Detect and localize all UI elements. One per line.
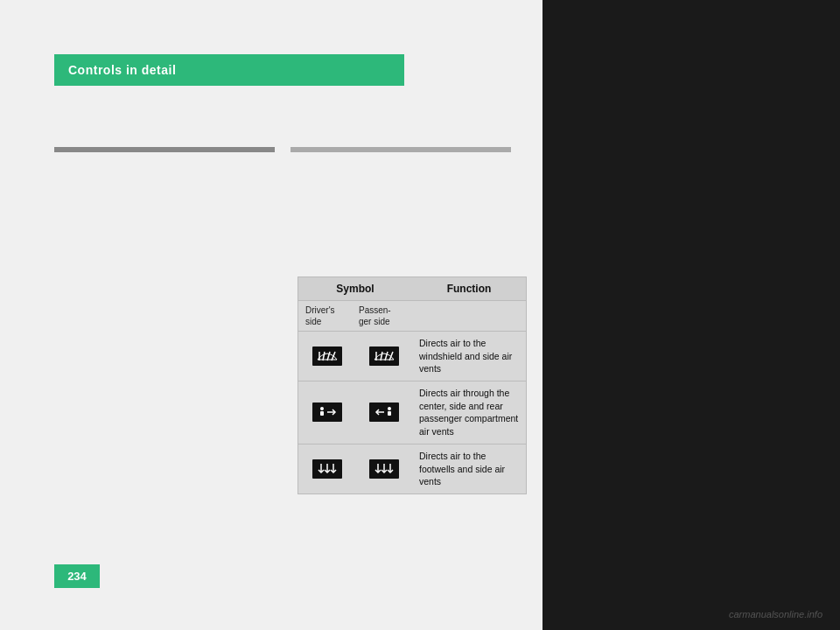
table-row: Directs air to the windshield and side a… — [298, 332, 526, 382]
icon-center-passenger — [369, 402, 399, 422]
cell-function-1: Directs air to the windshield and side a… — [412, 332, 526, 381]
icon-center-driver — [312, 402, 342, 422]
cell-icon-driver-2 — [298, 397, 355, 427]
icon-windshield-driver — [312, 346, 342, 366]
table-container: Symbol Function Driver'sside Passen-ger … — [298, 276, 527, 494]
cell-icon-driver-3 — [298, 454, 355, 484]
page-container: Controls in detail Symbol Function Drive… — [0, 0, 840, 630]
cell-icon-passenger-2 — [355, 397, 412, 427]
svg-point-15 — [388, 407, 391, 410]
cell-function-3: Directs air to the footwells and side ai… — [412, 444, 526, 494]
table-row: Directs air through the center, side and… — [298, 382, 526, 444]
cell-icon-driver-1 — [298, 341, 355, 371]
header-bar: Controls in detail — [54, 54, 404, 86]
watermark: carmanualsonline.info — [729, 609, 822, 620]
svg-point-11 — [320, 407, 324, 410]
svg-rect-12 — [320, 411, 324, 416]
icon-footwell-driver — [312, 459, 342, 479]
right-panel — [542, 0, 840, 630]
sh-empty — [412, 304, 526, 327]
page-number: 234 — [54, 564, 100, 588]
th-function: Function — [412, 283, 526, 295]
cell-icon-passenger-3 — [355, 454, 412, 484]
icon-footwell-passenger — [369, 459, 399, 479]
svg-rect-16 — [388, 411, 391, 416]
cell-icon-passenger-1 — [355, 341, 412, 371]
sub-header-row: Driver'sside Passen-ger side — [298, 301, 526, 332]
cell-function-2: Directs air through the center, side and… — [412, 382, 526, 444]
divider-left — [54, 147, 275, 152]
divider-right — [290, 147, 511, 152]
sh-driver: Driver'sside — [298, 304, 355, 327]
header-title: Controls in detail — [68, 63, 176, 77]
icon-windshield-passenger — [369, 346, 399, 366]
table-row: Directs air to the footwells and side ai… — [298, 444, 526, 494]
th-symbol: Symbol — [298, 283, 412, 295]
sh-passenger: Passen-ger side — [355, 304, 412, 327]
table-header-row: Symbol Function — [298, 277, 526, 301]
